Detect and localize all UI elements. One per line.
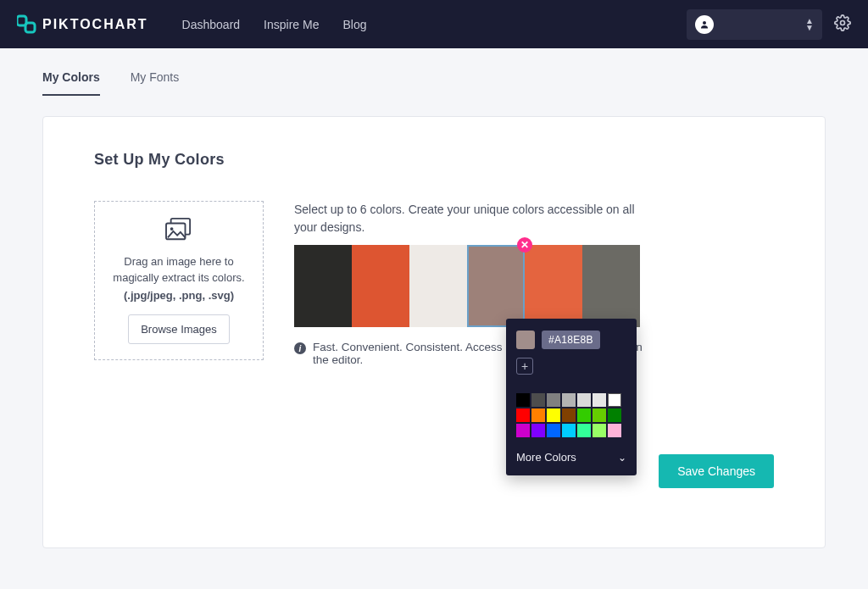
palette-color[interactable] [593, 408, 606, 422]
preset-palette [516, 393, 626, 437]
dropzone-formats: (.jpg/jpeg, .png, .svg) [124, 288, 234, 304]
palette-color[interactable] [608, 393, 621, 407]
palette-color[interactable] [593, 424, 606, 437]
palette-color[interactable] [516, 408, 530, 422]
palette-color[interactable] [516, 393, 530, 407]
palette-color[interactable] [608, 424, 621, 437]
palette-color[interactable] [531, 393, 545, 407]
logo-icon [17, 14, 37, 35]
palette-color[interactable] [547, 408, 560, 422]
palette-color[interactable] [577, 424, 591, 437]
images-icon [164, 217, 193, 246]
gear-icon[interactable] [834, 14, 851, 35]
chevron-updown-icon: ▲▼ [805, 18, 814, 31]
instructions-text: Select up to 6 colors. Create your uniqu… [294, 201, 642, 236]
picker-current-swatch [516, 331, 535, 349]
tab-my-fonts[interactable]: My Fonts [131, 70, 180, 96]
page-title: Set Up My Colors [94, 151, 774, 169]
add-color-button[interactable]: + [516, 358, 533, 375]
palette-color[interactable] [562, 393, 576, 407]
palette-color[interactable] [516, 424, 530, 437]
palette-color[interactable] [547, 424, 560, 437]
dropzone-text: Drag an image here to magically extract … [107, 254, 251, 286]
browse-images-button[interactable]: Browse Images [128, 314, 230, 344]
color-swatch-5[interactable] [582, 245, 640, 327]
palette-color[interactable] [531, 408, 545, 422]
color-picker-panel: #A18E8B + More Colors ⌄ [506, 319, 637, 475]
brand-logo[interactable]: PIKTOCHART [17, 14, 148, 35]
palette-color[interactable] [593, 393, 606, 407]
save-changes-button[interactable]: Save Changes [659, 454, 774, 488]
info-icon: i [294, 342, 306, 354]
account-menu[interactable]: ▲▼ [687, 9, 822, 40]
color-swatch-1[interactable] [352, 245, 409, 327]
svg-point-2 [703, 21, 706, 25]
nav-dashboard[interactable]: Dashboard [182, 18, 241, 31]
header-right: ▲▼ [687, 9, 851, 40]
palette-color[interactable] [562, 424, 576, 437]
my-colors-card: Set Up My Colors Drag an image here to m… [42, 116, 826, 548]
nav-blog[interactable]: Blog [342, 18, 366, 31]
palette-color[interactable] [608, 408, 621, 422]
more-colors-toggle[interactable]: More Colors ⌄ [516, 451, 626, 464]
picker-top-row: #A18E8B [516, 331, 626, 349]
chevron-down-icon: ⌄ [618, 452, 626, 464]
color-swatch-0[interactable] [294, 245, 352, 327]
tab-my-colors[interactable]: My Colors [42, 70, 100, 96]
palette-color[interactable] [577, 408, 591, 422]
palette-color[interactable] [562, 408, 576, 422]
color-swatch-4[interactable] [525, 245, 582, 327]
palette-color[interactable] [577, 393, 591, 407]
brand-text: PIKTOCHART [42, 17, 148, 32]
primary-nav: Dashboard Inspire Me Blog [182, 18, 367, 31]
avatar-icon [695, 15, 714, 34]
hex-value-badge[interactable]: #A18E8B [542, 331, 600, 349]
palette-color[interactable] [547, 393, 560, 407]
image-dropzone[interactable]: Drag an image here to magically extract … [94, 201, 264, 360]
svg-point-3 [841, 20, 845, 25]
svg-rect-1 [25, 23, 35, 32]
palette-color[interactable] [531, 424, 545, 437]
nav-inspire[interactable]: Inspire Me [264, 18, 319, 31]
color-swatches: ✕ [294, 245, 640, 327]
app-header: PIKTOCHART Dashboard Inspire Me Blog ▲▼ [0, 0, 868, 48]
content-row: Drag an image here to magically extract … [94, 201, 774, 366]
color-swatch-3[interactable]: ✕ [467, 245, 525, 327]
settings-tabs: My Colors My Fonts [0, 48, 868, 96]
remove-swatch-button[interactable]: ✕ [517, 237, 532, 253]
color-swatch-2[interactable] [409, 245, 467, 327]
svg-point-6 [170, 227, 174, 231]
more-colors-label: More Colors [516, 451, 576, 464]
